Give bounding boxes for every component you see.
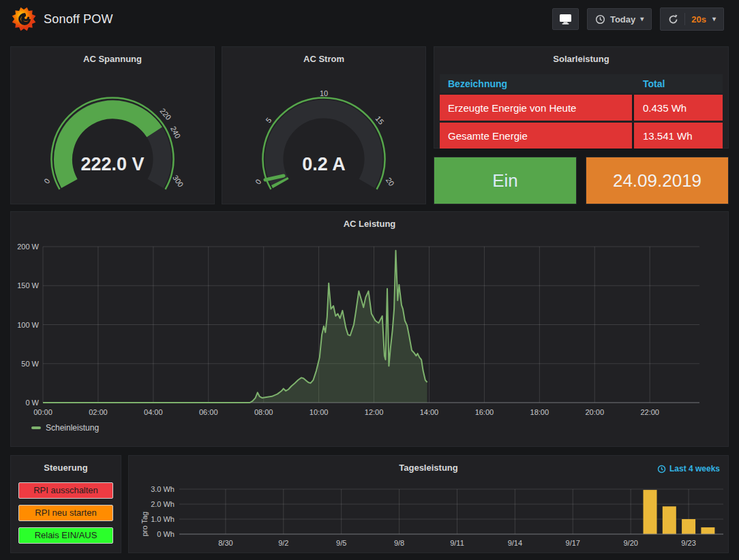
cell-name: Erzeugte Energie von Heute: [440, 95, 634, 121]
x-axis-tick-label: 02:00: [89, 408, 108, 416]
bar-9/24: [701, 527, 714, 534]
legend-color-swatch: [31, 426, 41, 429]
relay-status-value: Ein: [492, 170, 518, 191]
x-axis-tick-label: 9/20: [623, 539, 637, 547]
x-axis-tick-label: 9/2: [278, 539, 288, 547]
x-axis-tick-label: 9/8: [394, 539, 404, 547]
time-range-picker[interactable]: Today ▾: [587, 8, 652, 30]
date-stat: 24.09.2019: [586, 157, 729, 204]
refresh-icon[interactable]: [668, 14, 678, 25]
panel-ac-spannung: AC Spannung 0220240300 222.0 V: [10, 46, 215, 204]
bar-9/22: [663, 506, 676, 534]
x-axis-tick-label: 9/14: [508, 539, 522, 547]
chevron-down-icon[interactable]: ▾: [712, 16, 716, 22]
gauge-tick-label: 20: [384, 176, 396, 187]
relay-toggle-button[interactable]: Relais EIN/AUS: [18, 527, 113, 544]
date-value: 24.09.2019: [613, 170, 702, 191]
x-axis-tick-label: 10:00: [310, 408, 329, 416]
monitor-icon: [559, 14, 572, 25]
chevron-down-icon: ▾: [640, 16, 644, 22]
x-axis-tick-label: 14:00: [420, 408, 439, 416]
y-axis-label: pro Tag: [140, 512, 149, 537]
legend-item-scheinleistung[interactable]: Scheinleistung: [31, 423, 99, 433]
gauge-tick-label: 220: [159, 107, 173, 122]
panel-title-ac-leistung[interactable]: AC Leistung: [11, 219, 728, 229]
divider: [684, 13, 685, 25]
gauge-tick-label: 0: [254, 178, 262, 186]
panel-ac-strom: AC Strom 05101520 0.2 A: [222, 46, 426, 204]
rpi-restart-button[interactable]: RPI neu starten: [18, 505, 113, 521]
gauge-tick-label: 300: [171, 174, 185, 189]
x-axis-tick-label: 12:00: [365, 408, 384, 416]
x-axis-tick-label: 9/5: [336, 539, 346, 547]
gauge-value-arc: [280, 181, 281, 183]
y-axis-tick-label: 1.0 Wh: [151, 515, 175, 523]
panel-title-ac-strom[interactable]: AC Strom: [222, 54, 425, 64]
cell-value: 13.541 Wh: [634, 130, 723, 142]
cell-value: 0.435 Wh: [634, 102, 723, 114]
x-axis-tick-label: 9/23: [681, 539, 695, 547]
grafana-dashboard: Sonoff POW Today ▾: [0, 0, 739, 560]
grafana-logo-icon[interactable]: [11, 6, 37, 32]
tv-mode-button[interactable]: [552, 8, 579, 30]
refresh-interval-select[interactable]: 20s: [691, 14, 706, 25]
bar-9/21: [644, 490, 657, 534]
legend-label: Scheinleistung: [46, 423, 99, 433]
cell-name: Gesamte Energie: [440, 123, 634, 149]
dashboard-title: Sonoff POW: [44, 12, 113, 27]
navbar: Sonoff POW Today ▾: [0, 0, 739, 38]
y-axis-tick-label: 3.0 Wh: [151, 485, 175, 493]
x-axis-tick-label: 00:00: [33, 408, 52, 416]
y-axis-tick-label: 0 Wh: [157, 530, 175, 538]
ac-spannung-gauge: 0220240300 222.0 V: [11, 47, 214, 204]
time-range-label: Today: [610, 14, 635, 25]
table-row: Erzeugte Energie von Heute 0.435 Wh: [440, 95, 723, 121]
table-row: Gesamte Energie 13.541 Wh: [440, 123, 723, 149]
table-header-row: Bezeichnung Total: [440, 74, 723, 93]
panel-title-solarleistung[interactable]: Solarleistung: [434, 54, 728, 64]
gauge-tick-label: 5: [264, 116, 273, 124]
panel-steuerung: Steuerung RPI ausschalten RPI neu starte…: [10, 455, 121, 553]
x-axis-tick-label: 22:00: [640, 408, 659, 416]
gauge-value: 0.2 A: [302, 154, 346, 174]
clock-icon: [595, 14, 605, 25]
relay-status-stat: Ein: [434, 157, 577, 204]
solar-table: Bezeichnung Total Erzeugte Energie von H…: [440, 74, 723, 149]
y-axis-tick-label: 150 W: [17, 281, 39, 290]
x-axis-tick-label: 8/30: [218, 539, 232, 547]
rpi-shutdown-button[interactable]: RPI ausschalten: [18, 482, 113, 499]
ac-leistung-chart[interactable]: 0 W50 W100 W150 W200 W00:0002:0004:0006:…: [11, 212, 728, 446]
panel-tagesleistung: Tagesleistung Last 4 weeks pro Tag 0 Wh1…: [128, 455, 729, 553]
gauge-tick-label: 10: [320, 89, 328, 97]
gauge-value: 222.0 V: [80, 154, 144, 174]
gauge-tick-label: 15: [374, 114, 386, 126]
refresh-controls: 20s ▾: [660, 7, 724, 31]
panel-ac-leistung: AC Leistung 0 W50 W100 W150 W200 W00:000…: [10, 211, 729, 447]
column-header-bezeichnung[interactable]: Bezeichnung: [440, 78, 634, 89]
y-axis-tick-label: 50 W: [21, 360, 39, 368]
navbar-controls: Today ▾ 20s ▾: [552, 7, 724, 31]
x-axis-tick-label: 9/11: [450, 539, 464, 547]
x-axis-tick-label: 20:00: [585, 408, 604, 416]
y-axis-tick-label: 200 W: [17, 243, 39, 251]
gauge-tick-label: 0: [42, 177, 51, 185]
column-header-total[interactable]: Total: [634, 78, 723, 89]
y-axis-tick-label: 100 W: [17, 321, 39, 329]
ac-strom-gauge: 05101520 0.2 A: [222, 47, 425, 204]
panel-solarleistung: Solarleistung Bezeichnung Total Erzeugte…: [434, 46, 729, 149]
series-area: [43, 251, 427, 403]
y-axis-tick-label: 2.0 Wh: [151, 500, 175, 508]
x-axis-tick-label: 08:00: [254, 408, 273, 416]
panel-title-ac-spannung[interactable]: AC Spannung: [11, 54, 214, 64]
panel-title-steuerung[interactable]: Steuerung: [11, 463, 121, 473]
x-axis-tick-label: 04:00: [144, 408, 163, 416]
bar-9/23: [682, 519, 695, 534]
y-axis-tick-label: 0 W: [25, 399, 39, 407]
x-axis-tick-label: 9/17: [566, 539, 580, 547]
x-axis-tick-label: 16:00: [475, 408, 494, 416]
gauge-tick-label: 240: [169, 125, 182, 140]
x-axis-tick-label: 18:00: [530, 408, 549, 416]
x-axis-tick-label: 06:00: [199, 408, 218, 416]
panel-title-tagesleistung[interactable]: Tagesleistung: [129, 463, 728, 473]
